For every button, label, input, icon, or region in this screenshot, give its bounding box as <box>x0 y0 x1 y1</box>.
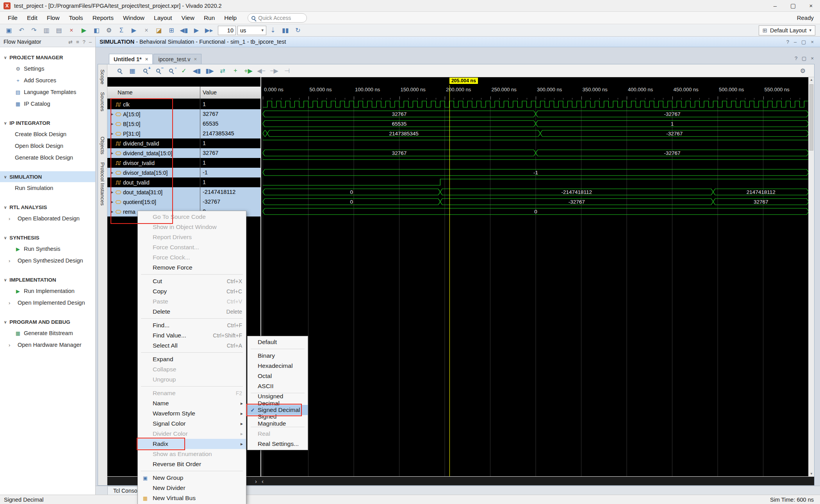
nav-item-generate-block-design[interactable]: Generate Block Design <box>0 152 95 163</box>
float-icon[interactable]: ▢ <box>802 55 806 61</box>
zoom-to-cursor-icon[interactable]: ✓ <box>178 66 190 76</box>
side-tab-objects[interactable]: Objects <box>100 134 105 157</box>
delete-icon[interactable]: × <box>66 25 77 35</box>
menu-window[interactable]: Window <box>118 14 149 21</box>
nav-item-open-implemented-design[interactable]: ›Open Implemented Design <box>0 297 95 309</box>
signal-value[interactable]: 1 <box>200 177 260 187</box>
run-flow-icon[interactable]: ▶ <box>78 25 90 35</box>
menu-icon[interactable]: ≡ <box>76 39 79 45</box>
menu-item-name[interactable]: Name▸ <box>138 398 246 408</box>
menu-item-waveform-style[interactable]: Waveform Style▸ <box>138 408 246 419</box>
nav-item-run-simulation[interactable]: Run Simulation <box>0 182 95 194</box>
signal-value[interactable]: 65535 <box>200 119 260 129</box>
open-recent-icon[interactable]: ▣ <box>3 25 15 35</box>
restart-icon[interactable]: ◀▮ <box>178 25 190 35</box>
name-column-header[interactable]: Name <box>118 87 133 99</box>
menu-layout[interactable]: Layout <box>149 14 177 21</box>
minimize-icon[interactable]: – <box>766 0 784 11</box>
nav-item-open-elaborated-design[interactable]: ›Open Elaborated Design <box>0 213 95 224</box>
scroll-left-icon[interactable]: ‹ <box>259 478 266 484</box>
value-column-header[interactable]: Value <box>203 87 217 99</box>
menu-item-signal-color[interactable]: Signal Color▸ <box>138 419 246 429</box>
step-icon[interactable]: ⇣ <box>267 25 279 35</box>
menu-item-expand[interactable]: Expand <box>138 354 246 364</box>
signal-value[interactable]: -2147418112 <box>200 187 260 197</box>
help-icon[interactable]: ? <box>795 55 797 61</box>
pause-icon[interactable]: ▮▮ <box>280 25 291 35</box>
menu-file[interactable]: File <box>3 14 22 21</box>
radix-option-octal[interactable]: Octal <box>248 371 308 381</box>
nav-item-generate-bitstream[interactable]: ▦Generate Bitstream <box>0 327 95 339</box>
menu-flow[interactable]: Flow <box>42 14 64 21</box>
menu-item-find-value[interactable]: Find Value...Ctrl+Shift+F <box>138 330 246 341</box>
nav-item-ip-catalog[interactable]: ▦IP Catalog <box>0 98 95 110</box>
close-icon[interactable]: × <box>802 0 820 11</box>
chevron-right-icon[interactable]: › <box>9 300 15 306</box>
menu-item-new-divider[interactable]: New Divider <box>138 483 246 493</box>
zoom-out-icon[interactable]: − <box>152 66 164 76</box>
chevron-right-icon[interactable]: › <box>9 342 15 348</box>
run-time-input[interactable] <box>218 26 236 35</box>
nav-item-add-sources[interactable]: +Add Sources <box>0 75 95 86</box>
run-for-icon[interactable]: ▶▸ <box>203 25 215 35</box>
previous-transition-icon[interactable]: ◀▮ <box>191 66 203 76</box>
radix-option-binary[interactable]: Binary <box>248 351 308 361</box>
wave-canvas[interactable]: 0.000 ns50.000 ns100.000 ns150.000 ns200… <box>261 77 809 476</box>
dashboard-icon[interactable]: ◧ <box>91 25 102 35</box>
wave-settings-gear-icon[interactable]: ⚙ <box>797 66 809 76</box>
quick-access-search[interactable]: Quick Access <box>248 13 307 23</box>
nav-section-simulation[interactable]: ∨SIMULATION <box>0 171 95 182</box>
find-icon[interactable] <box>114 66 125 76</box>
radix-option-default[interactable]: Default <box>248 337 308 347</box>
side-tab-sources[interactable]: Sources <box>100 89 105 114</box>
minimize-icon[interactable]: – <box>794 39 797 45</box>
menu-item-new-virtual-bus[interactable]: ▦New Virtual Bus <box>138 493 246 503</box>
swap-cursors-icon[interactable]: ⇄ <box>217 66 228 76</box>
save-wave-config-icon[interactable]: ▦ <box>127 66 138 76</box>
nav-item-open-synthesized-design[interactable]: ›Open Synthesized Design <box>0 255 95 266</box>
run-all-icon[interactable]: ▶ <box>191 25 202 35</box>
menu-item-reverse-bit-order[interactable]: Reverse Bit Order <box>138 459 246 469</box>
scroll-right-icon[interactable]: › <box>253 478 259 484</box>
scroll-down-icon[interactable]: ▼ <box>809 472 814 476</box>
next-marker-icon[interactable]: −▶ <box>268 66 280 76</box>
zoom-fit-icon[interactable]: ▫ <box>165 66 177 76</box>
close-simulation-icon[interactable]: × <box>141 25 152 35</box>
menu-view[interactable]: View <box>177 14 199 21</box>
chevron-right-icon[interactable]: › <box>9 216 15 222</box>
menu-run[interactable]: Run <box>199 14 219 21</box>
zoom-in-icon[interactable]: + <box>139 66 151 76</box>
layout-selector[interactable]: ⊞ Default Layout ▾ <box>759 25 815 35</box>
breakpoint-icon[interactable]: ⊞ <box>166 25 177 35</box>
report-icon[interactable]: Σ <box>116 25 127 35</box>
nav-section-implementation[interactable]: ∨IMPLEMENTATION <box>0 274 95 285</box>
close-icon[interactable]: × <box>811 55 814 61</box>
radix-option-real-settings[interactable]: Real Settings... <box>248 439 308 449</box>
close-icon[interactable]: × <box>194 56 197 62</box>
nav-section-synthesis[interactable]: ∨SYNTHESIS <box>0 232 95 243</box>
tab-ipcore-test-v[interactable]: ipcore_test.v× <box>153 54 201 64</box>
signal-value[interactable]: -1 <box>200 168 260 177</box>
signal-value[interactable]: 32767 <box>200 109 260 119</box>
menu-reports[interactable]: Reports <box>88 14 118 21</box>
maximize-icon[interactable]: ▢ <box>784 0 802 11</box>
signal-value[interactable]: 2147385345 <box>200 129 260 138</box>
menu-item-find[interactable]: Find...Ctrl+F <box>138 320 246 330</box>
menu-item-delete[interactable]: DeleteDelete <box>138 307 246 317</box>
chevron-right-icon[interactable]: › <box>9 258 15 264</box>
menu-item-remove-force[interactable]: Remove Force <box>138 263 246 273</box>
open-settings-icon[interactable]: ⊣ <box>281 66 293 76</box>
redo-icon[interactable]: ↷ <box>28 25 40 35</box>
previous-marker-icon[interactable]: ◀− <box>255 66 267 76</box>
side-tab-scope[interactable]: Scope <box>100 67 105 87</box>
nav-item-open-hardware-manager[interactable]: ›Open Hardware Manager <box>0 339 95 351</box>
signal-value[interactable]: 1 <box>200 99 260 109</box>
go-to-time-icon[interactable]: +▶ <box>242 66 254 76</box>
copy-icon[interactable]: ▥ <box>41 25 52 35</box>
menu-tools[interactable]: Tools <box>64 14 87 21</box>
radix-option-hexadecimal[interactable]: Hexadecimal <box>248 361 308 371</box>
menu-item-new-group[interactable]: ▣New Group <box>138 473 246 483</box>
signal-value[interactable]: 32767 <box>200 148 260 158</box>
close-icon[interactable]: × <box>811 39 814 45</box>
menu-item-copy[interactable]: CopyCtrl+C <box>138 286 246 296</box>
